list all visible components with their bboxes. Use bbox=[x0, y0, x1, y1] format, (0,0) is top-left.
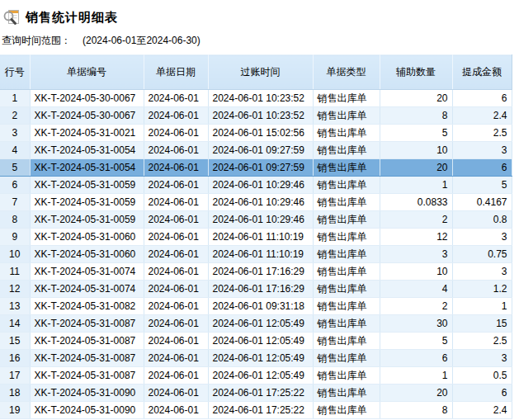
table-cell: 1 bbox=[380, 367, 452, 385]
column-header[interactable]: 行号 bbox=[0, 55, 30, 90]
row-number-cell: 10 bbox=[0, 246, 30, 263]
table-cell: 3 bbox=[452, 263, 512, 281]
table-cell: 0.5 bbox=[452, 367, 512, 385]
table-cell: XK-T-2024-05-31-0082 bbox=[30, 298, 144, 315]
table-row[interactable]: 4XK-T-2024-05-31-00542024-06-012024-06-0… bbox=[0, 142, 512, 159]
table-cell: XK-T-2024-05-31-0060 bbox=[30, 229, 144, 246]
table-cell: 6 bbox=[452, 159, 512, 177]
table-row[interactable]: 13XK-T-2024-05-31-00822024-06-012024-06-… bbox=[0, 298, 512, 315]
row-number-cell: 17 bbox=[0, 367, 30, 385]
table-cell: 2024-06-01 09:31:18 bbox=[208, 298, 313, 315]
row-number-cell: 4 bbox=[0, 142, 30, 159]
table-cell: 5 bbox=[380, 333, 452, 350]
table-row[interactable]: 18XK-T-2024-05-31-00902024-06-012024-06-… bbox=[0, 385, 512, 402]
table-cell: 8 bbox=[380, 402, 452, 419]
table-cell: 2024-06-01 11:10:19 bbox=[208, 246, 313, 263]
table-cell: 2024-06-01 17:25:22 bbox=[208, 385, 313, 402]
table-cell: XK-T-2024-05-30-0067 bbox=[30, 107, 144, 125]
table-cell: 10 bbox=[380, 263, 452, 281]
table-row[interactable]: 12XK-T-2024-05-31-00742024-06-012024-06-… bbox=[0, 281, 512, 298]
table-cell: XK-T-2024-05-31-0074 bbox=[30, 263, 144, 281]
table-cell: 30 bbox=[380, 315, 452, 333]
column-header[interactable]: 过账时间 bbox=[208, 55, 313, 90]
query-range-label: 查询时间范围： bbox=[2, 34, 71, 48]
table-cell: 2024-06-01 12:05:49 bbox=[208, 350, 313, 367]
table-cell: 2 bbox=[380, 211, 452, 229]
table-cell: 8 bbox=[380, 107, 452, 125]
column-header[interactable]: 单据类型 bbox=[313, 55, 380, 90]
table-cell: 15 bbox=[452, 315, 512, 333]
table-cell: 2024-06-01 bbox=[144, 350, 208, 367]
table-cell: 销售出库单 bbox=[313, 281, 380, 298]
table-cell: 销售出库单 bbox=[313, 142, 380, 159]
table-cell: XK-T-2024-05-31-0087 bbox=[30, 315, 144, 333]
table-row[interactable]: 7XK-T-2024-05-31-00592024-06-012024-06-0… bbox=[0, 194, 512, 211]
table-cell: XK-T-2024-05-30-0067 bbox=[30, 90, 144, 107]
table-cell: 2024-06-01 15:02:56 bbox=[208, 125, 313, 142]
table-cell: 20 bbox=[380, 90, 452, 107]
column-header[interactable]: 单据编号 bbox=[30, 55, 144, 90]
table-cell: 2024-06-01 bbox=[144, 246, 208, 263]
table-cell: XK-T-2024-05-31-0059 bbox=[30, 211, 144, 229]
table-row[interactable]: 3XK-T-2024-05-31-00212024-06-012024-06-0… bbox=[0, 125, 512, 142]
query-range: 查询时间范围： (2024-06-01至2024-06-30) bbox=[0, 28, 519, 48]
table-cell: 12 bbox=[380, 229, 452, 246]
table-cell: 销售出库单 bbox=[313, 385, 380, 402]
table-cell: 2024-06-01 bbox=[144, 367, 208, 385]
table-cell: 2.5 bbox=[452, 125, 512, 142]
table-cell: 销售出库单 bbox=[313, 229, 380, 246]
table-row[interactable]: 14XK-T-2024-05-31-00872024-06-012024-06-… bbox=[0, 315, 512, 333]
row-number-cell: 9 bbox=[0, 229, 30, 246]
table-row[interactable]: 9XK-T-2024-05-31-00602024-06-012024-06-0… bbox=[0, 229, 512, 246]
table-row[interactable]: 10XK-T-2024-05-31-00602024-06-012024-06-… bbox=[0, 246, 512, 263]
table-cell: 销售出库单 bbox=[313, 315, 380, 333]
title-bar: 销售统计明细表 bbox=[0, 0, 519, 28]
table-cell: 2024-06-01 10:29:46 bbox=[208, 194, 313, 211]
table-cell: 销售出库单 bbox=[313, 263, 380, 281]
table-cell: XK-T-2024-05-31-0087 bbox=[30, 367, 144, 385]
table-cell: 2024-06-01 17:25:22 bbox=[208, 402, 313, 419]
table-row[interactable]: 11XK-T-2024-05-31-00742024-06-012024-06-… bbox=[0, 263, 512, 281]
table-cell: 销售出库单 bbox=[313, 246, 380, 263]
row-number-cell: 3 bbox=[0, 125, 30, 142]
row-number-cell: 12 bbox=[0, 281, 30, 298]
table-cell: 4 bbox=[380, 281, 452, 298]
table-cell: XK-T-2024-05-31-0087 bbox=[30, 350, 144, 367]
table-row[interactable]: 15XK-T-2024-05-31-00872024-06-012024-06-… bbox=[0, 333, 512, 350]
table-cell: 2.4 bbox=[452, 402, 512, 419]
table-cell: XK-T-2024-05-31-0087 bbox=[30, 333, 144, 350]
table-cell: 3 bbox=[452, 142, 512, 159]
column-header[interactable]: 提成金额 bbox=[452, 55, 512, 90]
page-title: 销售统计明细表 bbox=[26, 10, 118, 26]
table-cell: 2024-06-01 10:29:46 bbox=[208, 211, 313, 229]
table-header-row: 行号单据编号单据日期过账时间单据类型辅助数量提成金额 bbox=[0, 55, 512, 90]
table-row[interactable]: 8XK-T-2024-05-31-00592024-06-012024-06-0… bbox=[0, 211, 512, 229]
table-row[interactable]: 6XK-T-2024-05-31-00592024-06-012024-06-0… bbox=[0, 177, 512, 194]
row-number-cell: 13 bbox=[0, 298, 30, 315]
table-cell: 2024-06-01 bbox=[144, 385, 208, 402]
table-cell: 2024-06-01 bbox=[144, 177, 208, 194]
table-cell: 2.4 bbox=[452, 107, 512, 125]
column-header[interactable]: 辅助数量 bbox=[380, 55, 452, 90]
table-cell: 2024-06-01 bbox=[144, 142, 208, 159]
table-row[interactable]: 16XK-T-2024-05-31-00872024-06-012024-06-… bbox=[0, 350, 512, 367]
row-number-cell: 11 bbox=[0, 263, 30, 281]
table-row[interactable]: 1XK-T-2024-05-30-00672024-06-012024-06-0… bbox=[0, 90, 512, 107]
table-cell: XK-T-2024-05-31-0059 bbox=[30, 177, 144, 194]
table-row[interactable]: 19XK-T-2024-05-31-00902024-06-012024-06-… bbox=[0, 402, 512, 419]
table-cell: 2024-06-01 10:23:52 bbox=[208, 107, 313, 125]
table-cell: 3 bbox=[452, 350, 512, 367]
table-cell: 2024-06-01 bbox=[144, 402, 208, 419]
table-cell: 2024-06-01 bbox=[144, 125, 208, 142]
table-cell: XK-T-2024-05-31-0054 bbox=[30, 142, 144, 159]
table-cell: 6 bbox=[452, 385, 512, 402]
table-cell: 10 bbox=[380, 142, 452, 159]
column-header[interactable]: 单据日期 bbox=[144, 55, 208, 90]
table-row[interactable]: 17XK-T-2024-05-31-00872024-06-012024-06-… bbox=[0, 367, 512, 385]
table-cell: 销售出库单 bbox=[313, 333, 380, 350]
row-number-cell: 19 bbox=[0, 402, 30, 419]
table-cell: 2024-06-01 12:05:49 bbox=[208, 367, 313, 385]
table-row[interactable]: 2XK-T-2024-05-30-00672024-06-012024-06-0… bbox=[0, 107, 512, 125]
table-cell: XK-T-2024-05-31-0059 bbox=[30, 194, 144, 211]
table-row[interactable]: 5XK-T-2024-05-31-00542024-06-012024-06-0… bbox=[0, 159, 512, 177]
